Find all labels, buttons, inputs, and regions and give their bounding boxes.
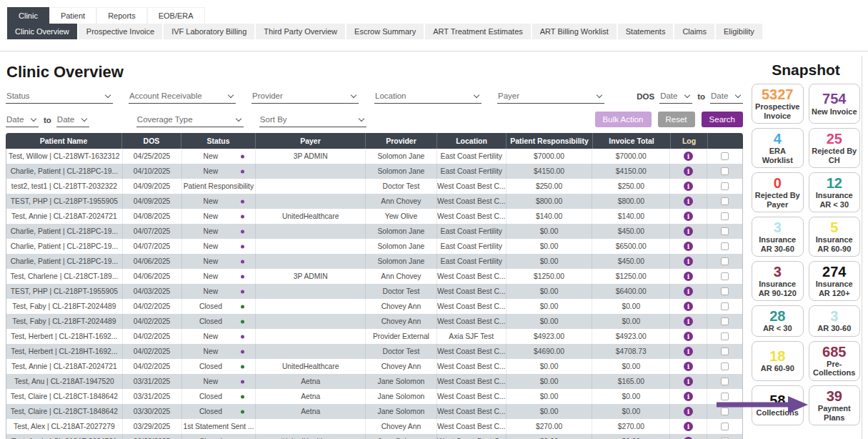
subtab-prospective-invoice[interactable]: Prospective Invoice [79, 24, 162, 39]
row-checkbox[interactable] [721, 378, 729, 385]
info-icon[interactable]: i [684, 272, 693, 281]
info-icon[interactable]: i [684, 362, 693, 371]
table-row[interactable]: Charlie, Patient | CL-218PC-19... 04/10/… [6, 164, 742, 179]
filter-provider-select[interactable]: Provider [251, 91, 359, 104]
subtab-art-billing-worklist[interactable]: ART Billing Worklist [532, 24, 617, 39]
table-row[interactable]: Charlie, Patient | CL-218PC-19... 04/07/… [6, 224, 742, 239]
tab-patient[interactable]: Patient [49, 7, 96, 24]
table-row[interactable]: Test, Willow | CL-218WT-1632312 04/25/20… [6, 149, 742, 164]
filter-sort-by-select[interactable]: Sort By [259, 114, 366, 127]
snapshot-tile-insurance-ar-90-120[interactable]: 3 Insurance AR 90-120 [752, 261, 804, 301]
row-checkbox[interactable] [721, 272, 729, 280]
tab-reports[interactable]: Reports [96, 7, 147, 24]
row-checkbox[interactable] [721, 197, 729, 205]
row-checkbox[interactable] [721, 227, 729, 235]
reset-button[interactable]: Reset [658, 112, 695, 127]
snapshot-tile-rejected-by-payer[interactable]: 0 Rejected By Payer [752, 172, 804, 212]
row-checkbox[interactable] [721, 302, 729, 310]
row-checkbox[interactable] [721, 287, 729, 295]
info-icon[interactable]: i [684, 422, 693, 431]
row-checkbox[interactable] [721, 152, 729, 160]
subtab-clinic-overview[interactable]: Clinic Overview [7, 24, 77, 39]
table-row[interactable]: Test, Claire | CL-218CT-1848642 03/30/20… [6, 404, 742, 419]
column-header-patient-name[interactable]: Patient Name [6, 133, 121, 149]
filter-date-to-select[interactable]: Date [56, 114, 89, 127]
filter-status-select[interactable]: Status [6, 91, 113, 104]
snapshot-tile-ar-60-90[interactable]: 18 AR 60-90 [752, 341, 804, 381]
snapshot-tile-prospective-invoice[interactable]: 5327 Prospective Invoice [752, 84, 804, 124]
info-icon[interactable]: i [684, 152, 693, 161]
snapshot-tile-pre-collections[interactable]: 685 Pre-Collections [809, 341, 861, 381]
snapshot-tile-insurance-ar-60-90[interactable]: 5 Insurance AR 60-90 [809, 217, 861, 257]
row-checkbox[interactable] [721, 362, 729, 370]
subtab-claims[interactable]: Claims [674, 24, 714, 39]
table-row[interactable]: Test, Herbert | CL-218HT-1692... 04/02/2… [6, 329, 742, 344]
column-header-log[interactable]: Log [670, 133, 707, 149]
snapshot-tile-payment-plans[interactable]: 39 Payment Plans [809, 385, 861, 425]
tab-clinic[interactable]: Clinic [7, 7, 49, 24]
table-row[interactable]: Test, Annie | CL-218AT-2024721 04/08/202… [6, 209, 742, 224]
search-button[interactable]: Search [702, 112, 743, 127]
table-row[interactable]: Test, Herbert | CL-218HT-1692... 04/02/2… [6, 344, 742, 359]
row-checkbox[interactable] [721, 317, 729, 325]
snapshot-tile-insurance-ar-30[interactable]: 12 Insurance AR < 30 [809, 172, 861, 212]
info-icon[interactable]: i [684, 227, 693, 236]
column-header-dos[interactable]: DOS [121, 133, 181, 149]
row-checkbox[interactable] [721, 167, 729, 175]
info-icon[interactable]: i [684, 407, 693, 416]
row-checkbox[interactable] [721, 423, 729, 430]
table-row[interactable]: Test, Claire | CL-218CT-1848642 03/31/20… [6, 389, 742, 404]
table-row[interactable]: Test, Anu | CL-218AT-1947520 03/31/2025 … [6, 374, 742, 389]
info-icon[interactable]: i [684, 377, 693, 386]
info-icon[interactable]: i [684, 392, 693, 401]
filter-account-receivable-select[interactable]: Account Receivable [129, 91, 236, 104]
snapshot-tile-ar-30-60[interactable]: 3 AR 30-60 [809, 305, 861, 337]
info-icon[interactable]: i [684, 317, 693, 326]
column-header-patient-responsibility[interactable]: Patient Responsibility [506, 133, 592, 149]
filter-dos-from-select[interactable]: Date [659, 91, 692, 104]
info-icon[interactable]: i [684, 167, 693, 176]
info-icon[interactable]: i [684, 302, 693, 311]
snapshot-tile-rejected-by-ch[interactable]: 25 Rejected By CH [809, 128, 861, 168]
table-row[interactable]: TEST, PHP | CL-218PT-1955905 04/03/2025 … [6, 284, 742, 299]
bulk-action-button[interactable]: Bulk Action [595, 112, 652, 127]
table-row[interactable]: Charlie, Patient | CL-218PC-19... 04/07/… [6, 239, 742, 254]
info-icon[interactable]: i [684, 242, 693, 251]
table-row[interactable]: Charlie, Patient | CL-218PC-19... 04/06/… [6, 254, 742, 269]
subtab-statements[interactable]: Statements [618, 24, 674, 39]
table-row[interactable]: Test, Faby | CL-218FT-2024489 04/02/2025… [6, 314, 742, 329]
filter-location-select[interactable]: Location [374, 91, 482, 104]
subtab-escrow-summary[interactable]: Escrow Summary [346, 24, 424, 39]
info-icon[interactable]: i [684, 197, 693, 206]
table-row[interactable]: Test, Faby | CL-218FT-2024489 04/02/2025… [6, 299, 742, 314]
info-icon[interactable]: i [684, 287, 693, 296]
subtab-ivf-laboratory-billing[interactable]: IVF Laboratory Billing [164, 24, 254, 39]
column-header-location[interactable]: Location [437, 133, 506, 149]
column-header-provider[interactable]: Provider [365, 133, 437, 149]
table-row[interactable]: Test, Charlene | CL-218CT-189... 04/06/2… [6, 269, 742, 284]
column-header-payer[interactable]: Payer [255, 133, 365, 149]
row-checkbox[interactable] [721, 212, 729, 220]
info-icon[interactable]: i [684, 332, 693, 341]
snapshot-tile-insurance-ar-120[interactable]: 274 Insurance AR 120+ [809, 261, 861, 301]
filter-date-from-select[interactable]: Date [6, 114, 39, 127]
info-icon[interactable]: i [684, 347, 693, 356]
tab-eob-era[interactable]: EOB/ERA [147, 7, 205, 24]
table-row[interactable]: Test, Alex | CL-218AT-2027279 03/29/2025… [6, 419, 742, 434]
snapshot-tile-new-invoice[interactable]: 754 New Invoice [809, 84, 861, 124]
row-checkbox[interactable] [721, 182, 729, 190]
table-row[interactable]: test2, test1 | CL-218TT-2032322 04/09/20… [6, 179, 742, 194]
snapshot-tile-insurance-ar-30-60[interactable]: 3 Insurance AR 30-60 [752, 217, 804, 257]
info-icon[interactable]: i [684, 182, 693, 191]
subtab-art-treatment-estimates[interactable]: ART Treatment Estimates [425, 24, 531, 39]
table-row[interactable]: Test, Annie | CL-218AT-2024721 03/28/202… [6, 434, 742, 439]
row-checkbox[interactable] [721, 242, 729, 250]
filter-payer-select[interactable]: Payer [497, 91, 604, 104]
table-row[interactable]: TEST, PHP | CL-218PT-1955905 04/09/2025 … [6, 194, 742, 209]
row-checkbox[interactable] [721, 347, 729, 355]
subtab-eligibility[interactable]: Eligibility [716, 24, 762, 39]
filter-coverage-type-select[interactable]: Coverage Type [136, 114, 244, 127]
subtab-third-party-overview[interactable]: Third Party Overview [256, 24, 345, 39]
snapshot-tile-ar-30[interactable]: 28 AR < 30 [752, 305, 804, 337]
info-icon[interactable]: i [684, 212, 693, 221]
